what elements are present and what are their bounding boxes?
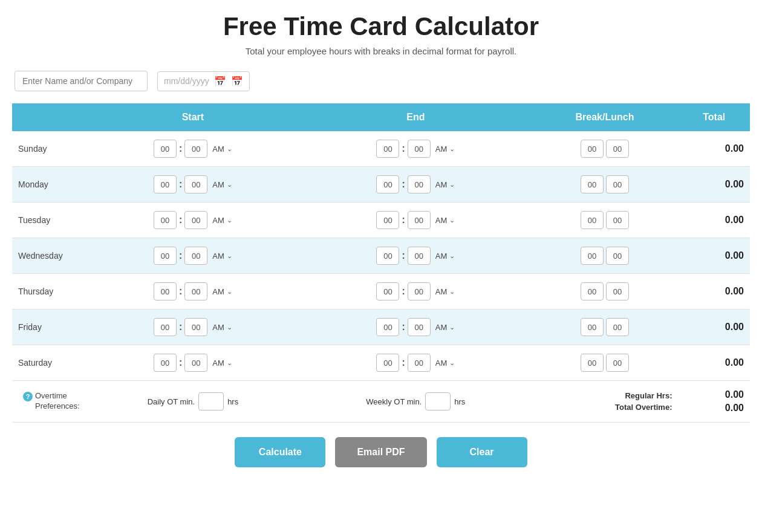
end-min-input[interactable] [408,247,431,265]
top-inputs-bar: mm/dd/yyyy 📅 📅 [12,71,750,91]
start-min-input[interactable] [184,211,207,229]
break-min-input[interactable] [606,318,629,336]
start-min-input[interactable] [184,175,207,193]
time-separator: : [402,250,405,261]
start-ampm-wrapper: AM ⌄ [210,216,232,225]
break-hour-input[interactable] [581,140,604,158]
regular-hrs-value: 0.00 [684,389,744,400]
name-input[interactable] [15,71,148,91]
start-ampm-chevron[interactable]: ⌄ [227,216,232,224]
end-min-input[interactable] [408,140,431,158]
time-separator: : [402,322,405,332]
start-ampm-chevron[interactable]: ⌄ [227,288,232,296]
start-min-input[interactable] [184,354,207,372]
weekly-ot-unit: hrs [454,397,465,406]
end-min-input[interactable] [408,354,431,372]
weekly-ot-label: Weekly OT min. [366,397,422,406]
start-ampm-chevron[interactable]: ⌄ [227,323,232,331]
calendar-icon-1[interactable]: 📅 [214,76,226,87]
end-ampm-wrapper: AM ⌄ [433,287,455,296]
start-cell: : AM ⌄ [86,167,300,203]
start-ampm-wrapper: AM ⌄ [210,144,232,154]
end-ampm-label: AM [435,180,448,189]
start-ampm-label: AM [212,358,224,368]
table-row: Wednesday : AM ⌄ : AM ⌄ [12,238,750,274]
daily-ot-label: Daily OT min. [148,397,195,406]
start-hour-input[interactable] [154,354,177,372]
break-hour-input[interactable] [581,175,604,193]
break-hour-input[interactable] [581,282,604,300]
end-min-input[interactable] [408,282,431,300]
start-min-input[interactable] [184,247,207,265]
break-min-input[interactable] [606,247,629,265]
end-hour-input[interactable] [376,175,399,193]
end-ampm-chevron[interactable]: ⌄ [449,323,455,331]
end-hour-input[interactable] [376,354,399,372]
col-header-end: End [300,103,531,131]
end-min-input[interactable] [408,318,431,336]
break-hour-input[interactable] [581,247,604,265]
start-cell: : AM ⌄ [86,310,300,345]
end-hour-input[interactable] [376,318,399,336]
end-ampm-label: AM [435,144,448,154]
break-hour-input[interactable] [581,354,604,372]
time-separator: : [402,179,405,190]
end-min-input[interactable] [408,211,431,229]
total-ot-label: Total Overtime: [538,403,672,412]
break-min-input[interactable] [606,354,629,372]
end-ampm-label: AM [435,287,448,296]
start-hour-input[interactable] [154,247,177,265]
calendar-icon-2[interactable]: 📅 [231,76,243,87]
end-ampm-chevron[interactable]: ⌄ [449,216,455,224]
end-hour-input[interactable] [376,282,399,300]
break-min-input[interactable] [606,211,629,229]
clear-button[interactable]: Clear [437,437,527,467]
start-min-input[interactable] [184,282,207,300]
end-min-input[interactable] [408,175,431,193]
start-min-input[interactable] [184,318,207,336]
start-min-input[interactable] [184,140,207,158]
break-min-input[interactable] [606,282,629,300]
weekly-ot-input[interactable] [425,392,451,410]
day-label: Friday [12,310,86,345]
end-ampm-chevron[interactable]: ⌄ [449,288,455,296]
end-ampm-chevron[interactable]: ⌄ [449,359,455,367]
start-ampm-chevron[interactable]: ⌄ [227,252,232,260]
time-separator: : [179,143,182,154]
start-ampm-chevron[interactable]: ⌄ [227,359,232,367]
total-cell: 0.00 [678,238,750,274]
end-ampm-chevron[interactable]: ⌄ [449,145,455,153]
table-row: Monday : AM ⌄ : AM ⌄ [12,167,750,203]
subtitle: Total your employee hours with breaks in… [12,46,750,56]
time-separator: : [402,143,405,154]
end-hour-input[interactable] [376,211,399,229]
start-hour-input[interactable] [154,140,177,158]
break-hour-input[interactable] [581,211,604,229]
page-title: Free Time Card Calculator [12,12,750,41]
break-min-input[interactable] [606,140,629,158]
start-ampm-label: AM [212,216,224,225]
start-ampm-wrapper: AM ⌄ [210,180,232,189]
total-cell: 0.00 [678,345,750,381]
end-ampm-chevron[interactable]: ⌄ [449,181,455,189]
end-hour-input[interactable] [376,247,399,265]
start-ampm-chevron[interactable]: ⌄ [227,145,232,153]
end-ampm-chevron[interactable]: ⌄ [449,252,455,260]
daily-ot-unit: hrs [227,397,238,406]
start-ampm-chevron[interactable]: ⌄ [227,181,232,189]
break-cell [532,345,679,381]
daily-ot-input[interactable] [198,392,224,410]
start-hour-input[interactable] [154,175,177,193]
calculate-button[interactable]: Calculate [235,437,325,467]
end-hour-input[interactable] [376,140,399,158]
end-cell: : AM ⌄ [300,167,531,203]
regular-hrs-label: Regular Hrs: [538,391,672,400]
break-hour-input[interactable] [581,318,604,336]
start-hour-input[interactable] [154,318,177,336]
end-ampm-label: AM [435,251,448,261]
email-pdf-button[interactable]: Email PDF [335,437,426,467]
break-min-input[interactable] [606,175,629,193]
start-hour-input[interactable] [154,211,177,229]
col-header-total: Total [678,103,750,131]
start-hour-input[interactable] [154,282,177,300]
